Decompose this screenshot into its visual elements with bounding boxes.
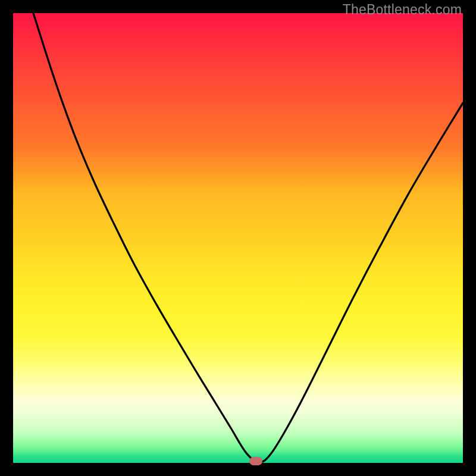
minimum-marker: [249, 457, 262, 465]
chart-plot-area: [13, 13, 463, 463]
watermark-text: TheBottleneck.com: [343, 2, 462, 18]
